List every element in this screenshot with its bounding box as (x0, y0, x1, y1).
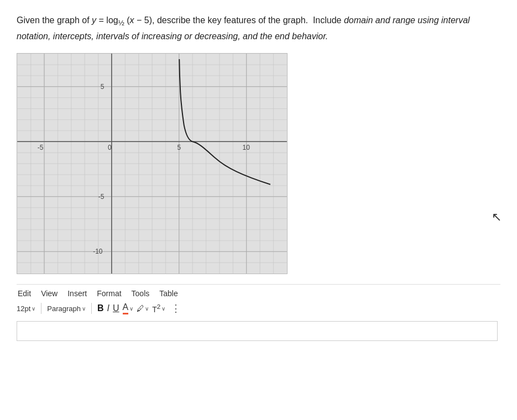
font-size-selector[interactable]: 12pt ∨ (17, 305, 35, 313)
superscript-button[interactable]: T2 ∨ (152, 303, 165, 314)
cursor-arrow: ↖ (492, 210, 502, 224)
text-color-chevron: ∨ (129, 306, 133, 312)
svg-text:-5: -5 (98, 193, 105, 201)
svg-text:5: 5 (101, 83, 105, 91)
more-options-button[interactable]: ⋮ (171, 302, 181, 314)
paragraph-style-value: Paragraph (47, 305, 81, 313)
graph-svg: -5 0 5 10 5 -5 -10 (17, 54, 287, 274)
paragraph-style-selector[interactable]: Paragraph ∨ (47, 305, 86, 313)
question-text: Given the graph of y = log½ (x − 5), des… (17, 13, 476, 43)
svg-text:-10: -10 (93, 248, 103, 255)
color-indicator (123, 313, 129, 314)
font-size-chevron: ∨ (32, 306, 35, 312)
menu-insert[interactable]: Insert (67, 289, 87, 298)
menu-bar: Edit View Insert Format Tools Table (17, 289, 500, 298)
graph-container: -5 0 5 10 5 -5 -10 (17, 53, 288, 274)
superscript-label: T2 (152, 303, 160, 314)
main-container: Given the graph of y = log½ (x − 5), des… (0, 0, 517, 420)
paragraph-chevron: ∨ (82, 306, 86, 312)
highlight-button[interactable]: 🖊 ∨ (137, 304, 149, 313)
divider-1 (41, 303, 41, 314)
toolbar-area: Edit View Insert Format Tools Table 12pt… (17, 284, 500, 341)
highlight-icon: 🖊 (137, 304, 144, 313)
highlight-chevron: ∨ (145, 306, 149, 312)
svg-text:0: 0 (108, 144, 112, 151)
question-prefix: Given the graph of y = log½ (x − 5), des… (17, 15, 344, 25)
superscript-chevron: ∨ (161, 306, 165, 312)
format-toolbar: 12pt ∨ Paragraph ∨ B I U A (17, 302, 500, 319)
svg-text:-5: -5 (38, 144, 44, 151)
underline-button[interactable]: U (113, 303, 119, 313)
menu-edit[interactable]: Edit (18, 289, 31, 298)
color-a-label: A (123, 302, 129, 312)
italic-button[interactable]: I (107, 303, 109, 313)
svg-text:5: 5 (177, 144, 181, 151)
bold-button[interactable]: B (97, 303, 104, 313)
divider-2 (91, 303, 92, 314)
menu-view[interactable]: View (41, 289, 58, 298)
menu-tools[interactable]: Tools (132, 289, 150, 298)
menu-table[interactable]: Table (159, 289, 177, 298)
text-color-button[interactable]: A ∨ (123, 302, 134, 314)
menu-format[interactable]: Format (97, 289, 121, 298)
svg-text:10: 10 (243, 144, 250, 151)
text-input-area[interactable] (17, 321, 498, 341)
font-size-value: 12pt (17, 305, 30, 313)
